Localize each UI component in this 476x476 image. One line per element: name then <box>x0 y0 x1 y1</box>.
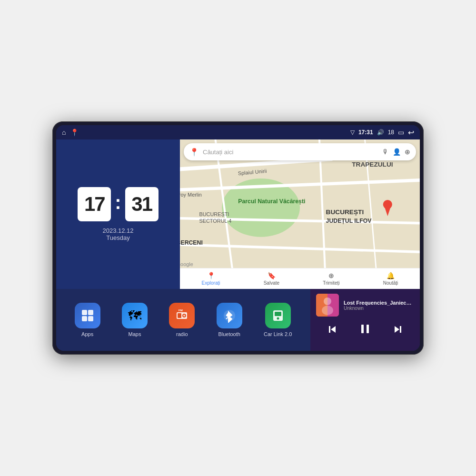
app-item-carlink[interactable]: Car Link 2.0 <box>264 303 292 337</box>
music-player: Lost Frequencies_Janieck Devy-... Unknow… <box>310 289 420 351</box>
bottom-section: Apps 🗺 Maps <box>56 289 420 351</box>
app-item-maps[interactable]: 🗺 Maps <box>122 303 148 337</box>
status-bar: ⌂ 📍 ▽ 17:31 🔊 18 ▭ ↩ <box>56 125 420 139</box>
bluetooth-label: Bluetooth <box>218 331 240 337</box>
explorati-icon: 📍 <box>207 272 215 279</box>
radio-icon: FM <box>169 303 195 328</box>
svg-rect-25 <box>82 310 87 315</box>
play-pause-button[interactable] <box>355 320 376 341</box>
music-info-row: Lost Frequencies_Janieck Devy-... Unknow… <box>316 294 414 317</box>
svg-text:Parcul Natural Văcărești: Parcul Natural Văcărești <box>238 198 305 205</box>
map-nav-salvate[interactable]: 🔖 Salvate <box>264 272 279 286</box>
svg-point-42 <box>322 306 333 315</box>
app-item-radio[interactable]: FM radio <box>169 303 195 337</box>
svg-marker-47 <box>395 326 399 333</box>
music-meta: Lost Frequencies_Janieck Devy-... Unknow… <box>344 300 414 311</box>
map-search-icons: 🎙 👤 ⊕ <box>382 148 410 156</box>
svg-text:BERCENI: BERCENI <box>180 239 203 246</box>
screen: ⌂ 📍 ▽ 17:31 🔊 18 ▭ ↩ 17 : <box>56 125 420 351</box>
clock-hours: 17 <box>78 187 111 221</box>
music-controls <box>316 320 414 341</box>
battery-icon: ▭ <box>398 129 404 136</box>
svg-text:JUDEȚUL ILFOV: JUDEȚUL ILFOV <box>326 218 372 224</box>
status-time: 17:31 <box>358 129 373 136</box>
svg-rect-27 <box>82 316 87 321</box>
map-search-text[interactable]: Căutați aici <box>203 149 378 156</box>
signal-icon: ▽ <box>350 129 355 136</box>
clock-colon: : <box>115 192 121 213</box>
svg-rect-48 <box>400 326 401 333</box>
map-nav-explorati[interactable]: 📍 Explorați <box>202 272 220 286</box>
trimiteti-label: Trimiteți <box>323 280 339 286</box>
clock-date: 2023.12.12 <box>102 227 133 234</box>
svg-text:SECTORUL 4: SECTORUL 4 <box>199 218 231 224</box>
clock-minutes: 31 <box>125 187 159 221</box>
top-section: 17 : 31 2023.12.12 Tuesday <box>56 139 420 289</box>
status-left: ⌂ 📍 <box>62 129 79 136</box>
svg-point-32 <box>183 315 185 317</box>
album-art <box>316 294 339 317</box>
svg-rect-26 <box>88 310 93 315</box>
voice-search-icon[interactable]: 🎙 <box>382 148 389 156</box>
map-background: TRAPEZULUI Parcul Natural Văcărești Lero… <box>180 139 420 289</box>
explorati-label: Explorați <box>202 280 220 286</box>
device-frame: ⌂ 📍 ▽ 17:31 🔊 18 ▭ ↩ 17 : <box>52 121 424 355</box>
svg-text:Leroy Merlin: Leroy Merlin <box>180 192 202 198</box>
svg-rect-45 <box>361 325 364 333</box>
svg-text:TRAPEZULUI: TRAPEZULUI <box>352 161 393 168</box>
map-nav-noutati[interactable]: 🔔 Noutăți <box>383 272 398 286</box>
app-item-apps[interactable]: Apps <box>75 303 100 337</box>
salvate-icon: 🔖 <box>268 272 276 279</box>
map-pin-icon: 📍 <box>189 148 199 157</box>
layers-icon[interactable]: ⊕ <box>405 148 410 156</box>
salvate-label: Salvate <box>264 280 279 286</box>
music-artist: Unknown <box>344 306 414 311</box>
apps-icon <box>75 303 100 328</box>
bluetooth-icon <box>217 303 242 328</box>
svg-rect-30 <box>178 313 181 318</box>
battery-level: 18 <box>388 129 394 136</box>
clock-date-block: 2023.12.12 Tuesday <box>102 227 133 241</box>
svg-rect-44 <box>329 326 330 333</box>
apps-label: Apps <box>81 331 93 337</box>
clock-display: 17 : 31 <box>78 187 158 221</box>
map-svg: TRAPEZULUI Parcul Natural Văcărești Lero… <box>180 139 420 289</box>
status-right: ▽ 17:31 🔊 18 ▭ ↩ <box>350 128 414 137</box>
radio-label: radio <box>176 331 188 337</box>
prev-button[interactable] <box>323 322 342 340</box>
back-icon[interactable]: ↩ <box>408 128 414 137</box>
svg-text:FM: FM <box>178 309 183 312</box>
volume-icon: 🔊 <box>377 129 384 136</box>
map-bottom-bar: 📍 Explorați 🔖 Salvate ⊕ Trimiteți 🔔 <box>180 268 420 289</box>
account-icon[interactable]: 👤 <box>393 148 401 156</box>
noutati-icon: 🔔 <box>387 272 395 279</box>
carlink-label: Car Link 2.0 <box>264 331 292 337</box>
carlink-icon <box>265 303 291 328</box>
svg-point-41 <box>324 298 331 305</box>
trimiteti-icon: ⊕ <box>328 272 334 279</box>
next-button[interactable] <box>388 322 407 340</box>
svg-rect-28 <box>88 316 93 321</box>
clock-panel: 17 : 31 2023.12.12 Tuesday <box>56 139 180 289</box>
svg-rect-37 <box>275 312 281 316</box>
map-panel[interactable]: TRAPEZULUI Parcul Natural Văcărești Lero… <box>180 139 420 289</box>
app-item-bluetooth[interactable]: Bluetooth <box>217 303 242 337</box>
svg-rect-46 <box>367 325 369 333</box>
clock-day: Tuesday <box>102 234 133 241</box>
apps-strip: Apps 🗺 Maps <box>56 289 310 351</box>
svg-text:BUCUREȘTI: BUCUREȘTI <box>326 208 364 216</box>
maps-icon: 🗺 <box>122 303 148 328</box>
music-title: Lost Frequencies_Janieck Devy-... <box>344 300 414 306</box>
svg-marker-43 <box>331 326 336 333</box>
svg-point-38 <box>277 317 279 320</box>
map-search-bar[interactable]: 📍 Căutați aici 🎙 👤 ⊕ <box>184 143 416 160</box>
maps-label: Maps <box>129 331 141 337</box>
map-nav-trimiteti[interactable]: ⊕ Trimiteți <box>323 272 339 286</box>
main-content: 17 : 31 2023.12.12 Tuesday <box>56 139 420 351</box>
svg-text:Google: Google <box>180 261 193 267</box>
noutati-label: Noutăți <box>383 280 398 286</box>
svg-text:BUCUREȘTI: BUCUREȘTI <box>199 211 229 217</box>
maps-status-icon[interactable]: 📍 <box>70 129 79 136</box>
home-icon[interactable]: ⌂ <box>62 129 66 136</box>
